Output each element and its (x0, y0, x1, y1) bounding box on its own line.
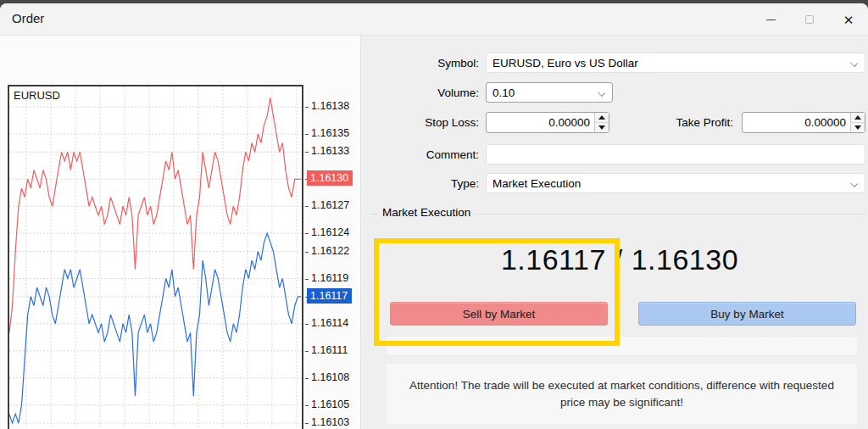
minimize-icon (766, 20, 776, 20)
chevron-down-icon (598, 89, 605, 97)
chart-symbol-label: EURUSD (14, 89, 60, 102)
chevron-down-icon (850, 180, 858, 187)
close-icon: ✕ (843, 14, 854, 26)
maximize-button[interactable] (790, 3, 829, 36)
take-profit-stepper[interactable]: 0.00000 (742, 112, 865, 133)
sell-by-market-button[interactable]: Sell by Market (390, 302, 608, 326)
axis-tick-mark (305, 423, 309, 424)
ask-price: 1.16130 (632, 243, 738, 276)
volume-label: Volume: (339, 86, 479, 99)
axis-price-label: 1.16138 (311, 100, 349, 112)
axis-price-label: 1.16124 (311, 226, 349, 238)
axis-tick-mark (305, 252, 309, 253)
axis-price-label: 1.16135 (311, 127, 349, 139)
axis-tick-mark (305, 324, 309, 325)
take-profit-label: Take Profit: (593, 116, 733, 129)
bid-price-tag: 1.16117 (307, 288, 352, 304)
axis-tick-mark (305, 206, 309, 207)
axis-price-label: 1.16105 (311, 398, 349, 410)
quote-display: 1.16117 / 1.16130 (374, 243, 865, 276)
price-axis: 1.161381.161351.161331.161301.161271.161… (305, 85, 360, 429)
fill-policy-strip (386, 336, 858, 356)
window-controls: ✕ (751, 3, 868, 36)
ask-line (9, 98, 301, 332)
buy-by-market-button[interactable]: Buy by Market (638, 302, 856, 326)
axis-tick-mark (305, 405, 309, 406)
bid-price: 1.16117 (501, 243, 606, 276)
group-title: Market Execution (378, 206, 475, 219)
stop-loss-value: 0.00000 (487, 113, 593, 132)
symbol-select[interactable]: EURUSD, Euro vs US Dollar (486, 53, 865, 73)
axis-tick-mark (305, 134, 309, 135)
take-profit-value: 0.00000 (743, 113, 849, 132)
axis-tick-mark (305, 279, 309, 280)
bid-line (9, 233, 301, 423)
axis-price-label: 1.16127 (311, 199, 349, 211)
close-button[interactable]: ✕ (829, 3, 868, 36)
stop-loss-stepper[interactable]: 0.00000 (486, 112, 609, 133)
chevron-down-icon (850, 59, 858, 67)
take-profit-spin-buttons (850, 113, 865, 132)
attention-text: Attention! The trade will be executed at… (405, 377, 839, 412)
order-dialog: Order ✕ EURUSD 1.161381.161351.161331.16… (0, 3, 868, 429)
axis-tick-mark (305, 378, 309, 379)
spin-up-button[interactable] (851, 113, 865, 123)
title-bar: Order ✕ (0, 3, 868, 36)
arrow-down-icon (854, 125, 861, 130)
maximize-icon (805, 15, 814, 24)
chart-canvas (9, 86, 302, 429)
comment-label: Comment: (339, 148, 479, 161)
axis-price-label: 1.16111 (311, 344, 348, 356)
axis-tick-mark (305, 152, 309, 153)
order-type-value: Market Execution (492, 177, 581, 190)
axis-price-label: 1.16119 (311, 272, 348, 284)
volume-select[interactable]: 0.10 (486, 82, 613, 103)
minimize-button[interactable] (751, 3, 790, 36)
ask-price-tag: 1.16130 (307, 170, 353, 186)
axis-tick-mark (305, 233, 309, 234)
window-title: Order (12, 11, 44, 25)
arrow-up-icon (854, 115, 861, 120)
attention-panel: Attention! The trade will be executed at… (386, 363, 858, 426)
axis-price-label: 1.16108 (311, 371, 349, 383)
axis-price-label: 1.16122 (311, 245, 349, 257)
price-separator: / (606, 243, 632, 276)
volume-value: 0.10 (492, 86, 515, 99)
tick-chart: EURUSD (8, 85, 303, 429)
axis-tick-mark (305, 351, 309, 352)
symbol-value: EURUSD, Euro vs US Dollar (492, 57, 638, 70)
comment-input[interactable] (486, 144, 865, 164)
axis-tick-mark (305, 107, 309, 108)
order-type-select[interactable]: Market Execution (486, 173, 865, 193)
type-label: Type: (339, 177, 479, 190)
stop-loss-label: Stop Loss: (339, 116, 479, 129)
axis-price-label: 1.16114 (311, 317, 348, 329)
chart-panel: EURUSD 1.161381.161351.161331.161301.161… (0, 36, 360, 429)
symbol-label: Symbol: (339, 57, 479, 70)
spin-down-button[interactable] (851, 123, 865, 132)
axis-price-label: 1.16103 (311, 416, 349, 428)
